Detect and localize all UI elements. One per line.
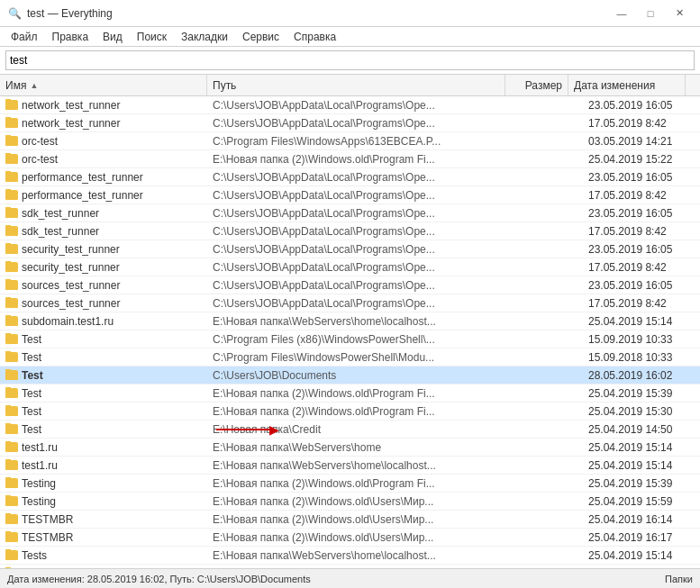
file-date: 25.04.2019 15:39 bbox=[583, 477, 700, 490]
file-path: E:\Новая папка\WebServers\home\localhost… bbox=[207, 315, 520, 328]
table-row[interactable]: TestE:\Новая папка\Credit25.04.2019 14:5… bbox=[0, 421, 700, 439]
table-header: Имя ▲ Путь Размер Дата изменения bbox=[0, 75, 700, 96]
table-row[interactable]: TestingE:\Новая папка (2)\Windows.old\Us… bbox=[0, 493, 700, 511]
col-header-date[interactable]: Дата изменения bbox=[568, 75, 686, 95]
folder-icon bbox=[5, 514, 18, 524]
search-input[interactable] bbox=[5, 50, 695, 70]
folder-icon bbox=[5, 262, 18, 272]
table-row[interactable]: test1.ruE:\Новая папка\WebServers\home25… bbox=[0, 439, 700, 457]
status-right: Папки bbox=[665, 574, 693, 584]
file-name: orc-test bbox=[22, 153, 58, 166]
menu-service[interactable]: Сервис bbox=[235, 27, 286, 46]
file-name: security_test_runner bbox=[22, 243, 120, 256]
table-row[interactable]: TestsE:\Новая папка\WebServers\home\loca… bbox=[0, 547, 700, 565]
table-container: Имя ▲ Путь Размер Дата изменения network… bbox=[0, 75, 700, 568]
folder-icon bbox=[5, 136, 18, 146]
table-row[interactable]: security_test_runnerC:\Users\JOB\AppData… bbox=[0, 240, 700, 258]
table-row[interactable]: TESTMBRE:\Новая папка (2)\Windows.old\Us… bbox=[0, 511, 700, 529]
close-button[interactable]: ✕ bbox=[666, 5, 693, 23]
table-body[interactable]: network_test_runnerC:\Users\JOB\AppData\… bbox=[0, 96, 700, 568]
table-row[interactable]: TestC:\Users\JOB\Documents28.05.2019 16:… bbox=[0, 366, 700, 384]
folder-icon bbox=[5, 100, 18, 110]
file-name: sdk_test_runner bbox=[22, 207, 99, 220]
file-path: C:\Users\JOB\AppData\Local\Programs\Ope.… bbox=[207, 99, 520, 112]
file-date: 25.04.2019 15:39 bbox=[583, 387, 700, 400]
file-date: 25.04.2019 15:14 bbox=[583, 315, 700, 328]
table-row[interactable]: UpdateStoreC:\ProgramData\USOPrivate28.0… bbox=[0, 565, 700, 568]
file-name: performance_test_runner bbox=[22, 171, 143, 184]
table-row[interactable]: sdk_test_runnerC:\Users\JOB\AppData\Loca… bbox=[0, 204, 700, 222]
table-row[interactable]: orc-testC:\Program Files\WindowsApps\613… bbox=[0, 132, 700, 150]
file-path: C:\Users\JOB\AppData\Local\Programs\Ope.… bbox=[207, 207, 520, 220]
table-row[interactable]: sources_test_runnerC:\Users\JOB\AppData\… bbox=[0, 294, 700, 312]
table-row[interactable]: TestingE:\Новая папка (2)\Windows.old\Pr… bbox=[0, 475, 700, 493]
folder-icon bbox=[5, 424, 18, 434]
file-date: 23.05.2019 16:05 bbox=[583, 171, 700, 184]
file-date: 23.05.2019 16:05 bbox=[583, 99, 700, 112]
file-path: C:\Users\JOB\AppData\Local\Programs\Ope.… bbox=[207, 225, 520, 238]
menu-view[interactable]: Вид bbox=[95, 27, 130, 46]
table-row[interactable]: performance_test_runnerC:\Users\JOB\AppD… bbox=[0, 186, 700, 204]
table-row[interactable]: TestC:\Program Files (x86)\WindowsPowerS… bbox=[0, 330, 700, 348]
maximize-button[interactable]: □ bbox=[637, 5, 664, 23]
col-header-name[interactable]: Имя ▲ bbox=[0, 75, 207, 95]
folder-icon bbox=[5, 352, 18, 362]
table-row[interactable]: TestE:\Новая папка (2)\Windows.old\Progr… bbox=[0, 403, 700, 421]
table-row[interactable]: network_test_runnerC:\Users\JOB\AppData\… bbox=[0, 96, 700, 114]
table-row[interactable]: orc-testE:\Новая папка (2)\Windows.old\P… bbox=[0, 150, 700, 168]
file-date: 25.04.2019 15:30 bbox=[583, 405, 700, 418]
file-name: Test bbox=[22, 405, 41, 418]
file-name: UpdateStore bbox=[22, 567, 82, 569]
status-text: Дата изменения: 28.05.2019 16:02, Путь: … bbox=[7, 574, 311, 584]
search-bar bbox=[0, 47, 700, 75]
folder-icon bbox=[5, 406, 18, 416]
table-row[interactable]: sources_test_runnerC:\Users\JOB\AppData\… bbox=[0, 276, 700, 294]
table-row[interactable]: TestC:\Program Files\WindowsPowerShell\M… bbox=[0, 348, 700, 366]
file-date: 23.05.2019 16:05 bbox=[583, 279, 700, 292]
file-name: Test bbox=[22, 333, 41, 346]
file-name: sdk_test_runner bbox=[22, 225, 99, 238]
table-row[interactable]: network_test_runnerC:\Users\JOB\AppData\… bbox=[0, 114, 700, 132]
table-row[interactable]: performance_test_runnerC:\Users\JOB\AppD… bbox=[0, 168, 700, 186]
file-date: 25.04.2019 15:59 bbox=[583, 495, 700, 508]
minimize-button[interactable]: — bbox=[608, 5, 635, 23]
file-name: orc-test bbox=[22, 135, 58, 148]
file-date: 25.04.2019 15:22 bbox=[583, 153, 700, 166]
menu-file[interactable]: Файл bbox=[4, 27, 45, 46]
file-path: E:\Новая папка (2)\Windows.old\Users\Мир… bbox=[207, 495, 520, 508]
file-path: C:\Users\JOB\AppData\Local\Programs\Ope.… bbox=[207, 297, 520, 310]
file-date: 23.05.2019 16:05 bbox=[583, 207, 700, 220]
file-path: C:\Program Files (x86)\WindowsPowerShell… bbox=[207, 333, 520, 346]
menu-search[interactable]: Поиск bbox=[130, 27, 174, 46]
file-path: E:\Новая папка\WebServers\home\localhost… bbox=[207, 459, 520, 472]
file-path: E:\Новая папка (2)\Windows.old\Users\Мир… bbox=[207, 513, 520, 526]
table-row[interactable]: TESTMBRE:\Новая папка (2)\Windows.old\Us… bbox=[0, 529, 700, 547]
menu-help[interactable]: Справка bbox=[286, 27, 343, 46]
col-header-path[interactable]: Путь bbox=[207, 75, 505, 95]
file-path: E:\Новая папка (2)\Windows.old\Program F… bbox=[207, 405, 520, 418]
table-row[interactable]: TestE:\Новая папка (2)\Windows.old\Progr… bbox=[0, 384, 700, 403]
file-name: network_test_runner bbox=[22, 99, 120, 112]
file-date: 17.05.2019 8:42 bbox=[583, 261, 700, 274]
file-name: sources_test_runner bbox=[22, 297, 120, 310]
table-row[interactable]: test1.ruE:\Новая папка\WebServers\home\l… bbox=[0, 457, 700, 475]
file-name: Test bbox=[22, 423, 41, 436]
menu-bookmarks[interactable]: Закладки bbox=[174, 27, 235, 46]
folder-icon bbox=[5, 460, 18, 470]
file-name: Testing bbox=[22, 495, 56, 508]
folder-icon bbox=[5, 298, 18, 308]
file-date: 25.04.2019 14:50 bbox=[583, 423, 700, 436]
folder-icon bbox=[5, 154, 18, 164]
table-row[interactable]: sdk_test_runnerC:\Users\JOB\AppData\Loca… bbox=[0, 222, 700, 240]
file-name: Test bbox=[22, 351, 41, 364]
window-title: test — Everything bbox=[27, 7, 113, 20]
file-path: C:\Users\JOB\AppData\Local\Programs\Ope.… bbox=[207, 243, 520, 256]
file-date: 17.05.2019 8:42 bbox=[583, 297, 700, 310]
menu-bar: Файл Правка Вид Поиск Закладки Сервис Сп… bbox=[0, 27, 700, 47]
table-row[interactable]: security_test_runnerC:\Users\JOB\AppData… bbox=[0, 258, 700, 276]
folder-icon bbox=[5, 280, 18, 290]
col-header-size[interactable]: Размер bbox=[505, 75, 568, 95]
table-row[interactable]: subdomain.test1.ruE:\Новая папка\WebServ… bbox=[0, 312, 700, 330]
folder-icon bbox=[5, 208, 18, 218]
menu-edit[interactable]: Правка bbox=[45, 27, 96, 46]
